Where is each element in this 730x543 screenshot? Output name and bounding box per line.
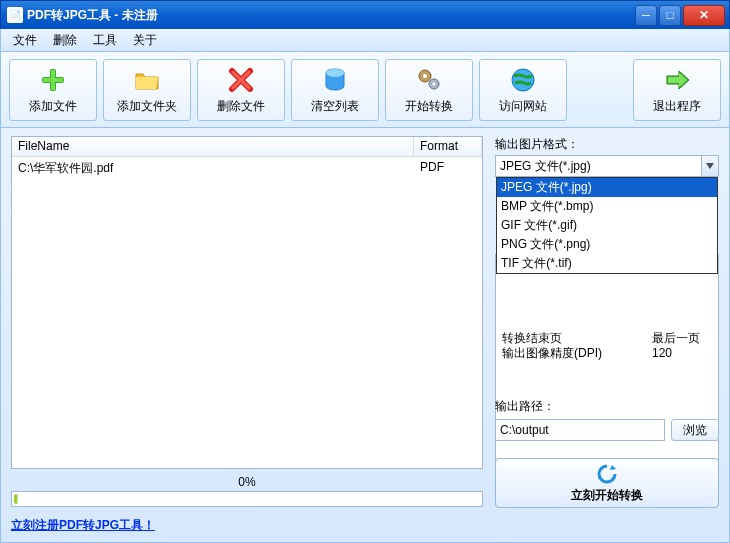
progress-bar <box>11 491 483 507</box>
globe-icon <box>508 65 538 95</box>
exit-label: 退出程序 <box>653 98 701 115</box>
visit-site-button[interactable]: 访问网站 <box>479 59 567 121</box>
setting-key: 转换结束页 <box>502 331 652 346</box>
refresh-icon <box>596 463 618 485</box>
format-dropdown[interactable]: JPEG 文件(*.jpg) BMP 文件(*.bmp) GIF 文件(*.gi… <box>496 177 718 274</box>
chevron-down-icon[interactable] <box>701 156 718 176</box>
menubar: 文件 删除 工具 关于 <box>0 29 730 52</box>
clear-list-label: 清空列表 <box>311 98 359 115</box>
progress-text: 0% <box>11 475 483 489</box>
menu-tools[interactable]: 工具 <box>85 30 125 51</box>
svg-point-10 <box>512 69 534 91</box>
gears-icon <box>414 65 444 95</box>
format-label: 输出图片格式： <box>495 136 719 153</box>
menu-file[interactable]: 文件 <box>5 30 45 51</box>
settings-row[interactable]: 转换结束页 最后一页 <box>496 331 718 346</box>
settings-row[interactable]: 输出图像精度(DPI) 120 <box>496 346 718 361</box>
format-combo[interactable]: JPEG 文件(*.jpg) JPEG 文件(*.jpg) BMP 文件(*.b… <box>495 155 719 177</box>
delete-icon <box>226 65 256 95</box>
output-section: 输出路径： 浏览 <box>495 398 719 441</box>
folder-icon <box>132 65 162 95</box>
left-column: FileName Format C:\华军软件园.pdf PDF 0% 立刻注册… <box>11 136 483 534</box>
menu-delete[interactable]: 删除 <box>45 30 85 51</box>
delete-file-button[interactable]: 删除文件 <box>197 59 285 121</box>
cell-format: PDF <box>414 159 482 178</box>
col-format[interactable]: Format <box>414 137 482 156</box>
database-icon <box>320 65 350 95</box>
svg-point-5 <box>326 69 344 77</box>
add-file-label: 添加文件 <box>29 98 77 115</box>
file-list-header: FileName Format <box>12 137 482 157</box>
delete-file-label: 删除文件 <box>217 98 265 115</box>
close-button[interactable]: ✕ <box>683 5 725 26</box>
clear-list-button[interactable]: 清空列表 <box>291 59 379 121</box>
maximize-button[interactable]: □ <box>659 5 681 26</box>
format-option[interactable]: TIF 文件(*.tif) <box>497 254 717 273</box>
format-option[interactable]: PNG 文件(*.png) <box>497 235 717 254</box>
setting-key: 输出图像精度(DPI) <box>502 346 652 361</box>
add-file-button[interactable]: 添加文件 <box>9 59 97 121</box>
start-convert-button[interactable]: 开始转换 <box>385 59 473 121</box>
setting-value: 最后一页 <box>652 331 712 346</box>
body-area: FileName Format C:\华军软件园.pdf PDF 0% 立刻注册… <box>0 128 730 543</box>
visit-site-label: 访问网站 <box>499 98 547 115</box>
setting-value: 120 <box>652 346 712 361</box>
exit-button[interactable]: 退出程序 <box>633 59 721 121</box>
progress-area: 0% <box>11 475 483 507</box>
right-column: 输出图片格式： JPEG 文件(*.jpg) JPEG 文件(*.jpg) BM… <box>495 136 719 534</box>
combo-selected-text: JPEG 文件(*.jpg) <box>500 158 591 175</box>
add-folder-button[interactable]: 添加文件夹 <box>103 59 191 121</box>
add-folder-label: 添加文件夹 <box>117 98 177 115</box>
app-icon: 📄 <box>7 7 23 23</box>
titlebar: 📄 PDF转JPG工具 - 未注册 ─ □ ✕ <box>0 0 730 29</box>
window-title: PDF转JPG工具 - 未注册 <box>27 7 633 24</box>
output-label: 输出路径： <box>495 398 719 415</box>
file-list[interactable]: FileName Format C:\华军软件园.pdf PDF <box>11 136 483 469</box>
toolbar: 添加文件 添加文件夹 删除文件 清空列表 开始转换 访问网站 退出程序 <box>0 52 730 128</box>
svg-point-9 <box>432 82 435 85</box>
menu-about[interactable]: 关于 <box>125 30 165 51</box>
output-path-input[interactable] <box>495 419 665 441</box>
arrow-right-icon <box>662 65 692 95</box>
browse-button[interactable]: 浏览 <box>671 419 719 441</box>
table-row[interactable]: C:\华军软件园.pdf PDF <box>12 157 482 180</box>
start-now-label: 立刻开始转换 <box>571 487 643 504</box>
minimize-button[interactable]: ─ <box>635 5 657 26</box>
format-option[interactable]: BMP 文件(*.bmp) <box>497 197 717 216</box>
plus-icon <box>38 65 68 95</box>
register-link[interactable]: 立刻注册PDF转JPG工具！ <box>11 518 155 532</box>
format-option[interactable]: JPEG 文件(*.jpg) <box>497 178 717 197</box>
svg-point-7 <box>423 74 427 78</box>
register-link-area: 立刻注册PDF转JPG工具！ <box>11 517 483 534</box>
cell-filename: C:\华军软件园.pdf <box>12 159 414 178</box>
start-now-button[interactable]: 立刻开始转换 <box>495 458 719 508</box>
svg-rect-3 <box>43 78 63 82</box>
col-filename[interactable]: FileName <box>12 137 414 156</box>
format-option[interactable]: GIF 文件(*.gif) <box>497 216 717 235</box>
start-convert-label: 开始转换 <box>405 98 453 115</box>
